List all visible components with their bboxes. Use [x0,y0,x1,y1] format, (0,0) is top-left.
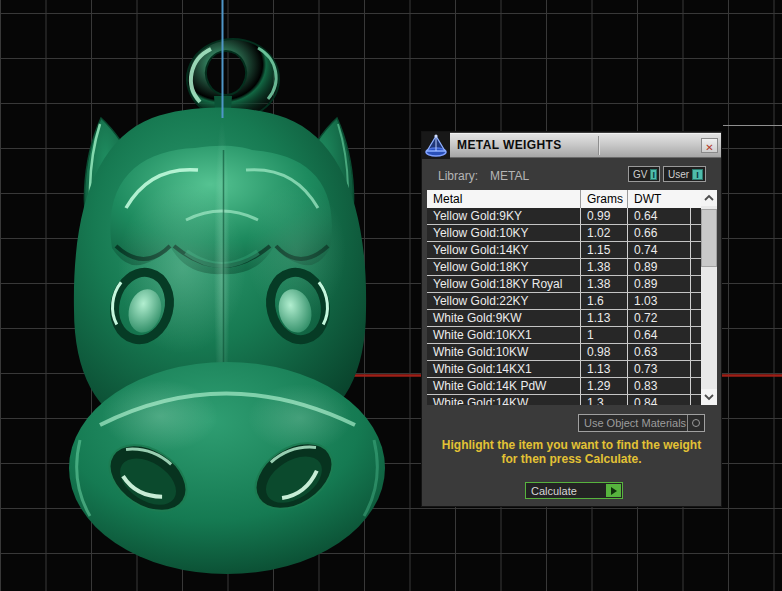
metal-cell: White Gold:14K PdW [427,378,581,394]
grams-cell: 1.29 [581,378,628,394]
table-scrollbar[interactable] [701,190,717,405]
dwt-cell: 0.64 [628,208,691,224]
instruction-line1: Highlight the item you want to find the … [422,438,721,452]
instruction-line2: for then press Calculate. [422,452,721,466]
grams-cell: 1 [581,327,628,343]
dwt-cell: 0.73 [628,361,691,377]
grams-cell: 1.3 [581,395,628,405]
table-row[interactable]: Yellow Gold:14KY1.150.74 [427,242,701,259]
scale-icon [422,132,450,159]
column-header-grams[interactable]: Grams [581,190,628,208]
filler-cell [691,208,701,224]
user-toggle-button[interactable]: User I [663,166,706,182]
metal-table: Metal Grams DWT Yellow Gold:9KY0.990.64Y… [427,190,717,405]
gv-indicator: I [650,169,657,180]
filler-cell [691,361,701,377]
grams-cell: 0.98 [581,344,628,360]
dwt-cell: 0.63 [628,344,691,360]
filler-cell [691,327,701,343]
muzzle-sheen [248,384,352,452]
grams-cell: 1.38 [581,259,628,275]
metal-cell: White Gold:10KW [427,344,581,360]
dialog-titlebar[interactable]: METAL WEIGHTS ✕ [450,133,721,158]
table-row[interactable]: Yellow Gold:10KY1.020.66 [427,225,701,242]
dialog-title: METAL WEIGHTS [457,138,562,152]
table-row[interactable]: White Gold:9KW1.130.72 [427,310,701,327]
instruction-text: Highlight the item you want to find the … [422,438,721,466]
table-header: Metal Grams DWT [427,190,701,208]
metal-cell: White Gold:9KW [427,310,581,326]
dwt-cell: 0.83 [628,378,691,394]
grams-cell: 1.02 [581,225,628,241]
scroll-up-button[interactable] [701,190,717,206]
filler-cell [691,344,701,360]
close-button[interactable]: ✕ [701,138,718,153]
filler-cell [691,395,701,405]
materials-dropdown-value: Use Object Materials [579,417,687,429]
gv-label: GV [633,169,647,180]
metal-cell: Yellow Gold:9KY [427,208,581,224]
muzzle-sheen [102,380,218,452]
dwt-cell: 0.74 [628,242,691,258]
grams-cell: 1.6 [581,293,628,309]
filler-cell [691,293,701,309]
dwt-cell: 0.89 [628,276,691,292]
grams-cell: 1.13 [581,310,628,326]
play-icon [606,484,621,497]
grams-cell: 1.38 [581,276,628,292]
chevron-up-icon [703,193,715,203]
dropdown-icon [687,415,704,431]
table-row[interactable]: White Gold:10KW0.980.63 [427,344,701,361]
metal-cell: Yellow Gold:18KY [427,259,581,275]
filler-cell [691,378,701,394]
filler-cell [691,276,701,292]
titlebar-divider [598,136,599,155]
pendant-model[interactable] [69,39,385,574]
table-row[interactable]: Yellow Gold:9KY0.990.64 [427,208,701,225]
filler-cell [691,242,701,258]
chevron-down-icon [703,392,715,402]
filler-cell [691,310,701,326]
grams-cell: 0.99 [581,208,628,224]
application-viewport: METAL WEIGHTS ✕ Library: METAL GV I User… [0,0,782,591]
table-row[interactable]: White Gold:14KW1.30.84 [427,395,701,405]
metal-cell: White Gold:14KX1 [427,361,581,377]
calculate-label: Calculate [526,485,606,497]
metal-cell: White Gold:10KX1 [427,327,581,343]
scroll-down-button[interactable] [701,389,717,405]
user-label: User [668,169,689,180]
column-header-metal[interactable]: Metal [427,190,581,208]
calculate-button[interactable]: Calculate [525,482,623,499]
metal-cell: Yellow Gold:22KY [427,293,581,309]
metal-cell: Yellow Gold:14KY [427,242,581,258]
table-row[interactable]: White Gold:14K PdW1.290.83 [427,378,701,395]
dwt-cell: 0.89 [628,259,691,275]
column-header-dwt[interactable]: DWT [628,190,701,208]
table-row[interactable]: Yellow Gold:18KY Royal1.380.89 [427,276,701,293]
bail-ring [187,39,279,119]
close-icon: ✕ [705,142,713,153]
materials-dropdown[interactable]: Use Object Materials [578,414,705,432]
table-body: Yellow Gold:9KY0.990.64Yellow Gold:10KY1… [427,208,701,405]
gv-toggle-button[interactable]: GV I [628,166,660,182]
grams-cell: 1.15 [581,242,628,258]
dwt-cell: 0.72 [628,310,691,326]
user-indicator: I [692,169,703,180]
filler-cell [691,225,701,241]
dwt-cell: 0.66 [628,225,691,241]
metal-weights-dialog: METAL WEIGHTS ✕ Library: METAL GV I User… [421,131,722,507]
table-row[interactable]: Yellow Gold:22KY1.61.03 [427,293,701,310]
library-value: METAL [490,169,529,183]
library-label: Library: [438,169,478,183]
grams-cell: 1.13 [581,361,628,377]
table-row[interactable]: White Gold:10KX110.64 [427,327,701,344]
table-row[interactable]: White Gold:14KX11.130.73 [427,361,701,378]
dwt-cell: 0.64 [628,327,691,343]
scrollbar-thumb[interactable] [701,209,717,267]
dwt-cell: 0.84 [628,395,691,405]
metal-cell: Yellow Gold:10KY [427,225,581,241]
filler-cell [691,259,701,275]
table-row[interactable]: Yellow Gold:18KY1.380.89 [427,259,701,276]
dwt-cell: 1.03 [628,293,691,309]
metal-cell: White Gold:14KW [427,395,581,405]
